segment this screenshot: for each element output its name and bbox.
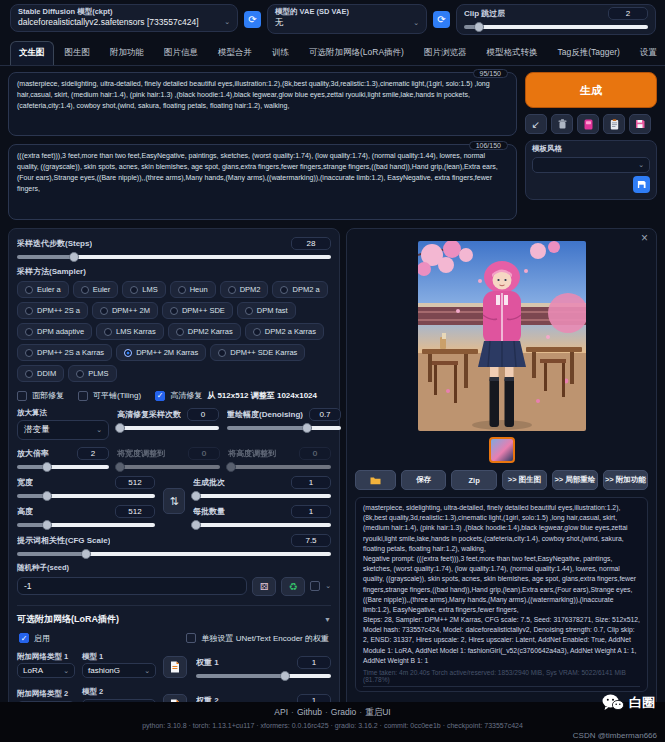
save-style-button[interactable] [629,114,651,134]
gallery-thumbnail[interactable] [489,437,515,463]
slider-handle[interactable] [474,22,484,32]
tab-checkpoint-merger[interactable]: 模型合并 [209,41,261,65]
generated-image[interactable] [418,241,586,431]
cfg-value[interactable]: 7.5 [291,534,331,547]
sampler-option[interactable]: DDIM [17,365,64,382]
restore-faces-checkbox[interactable]: 面部修复 [17,390,64,401]
slider-handle[interactable] [191,491,201,501]
batch-size-slider[interactable] [193,523,331,527]
tiling-checkbox[interactable]: 可平铺(Tiling) [78,390,141,401]
width-slider[interactable] [17,494,155,498]
slider-handle[interactable] [191,520,201,530]
tab-img2img[interactable]: 图生图 [56,41,100,65]
sampler-option[interactable]: DPM++ SDE Karras [210,344,305,361]
sampler-option[interactable]: Euler [73,281,119,298]
sampler-option[interactable]: DPM2 a [272,281,327,298]
sampler-option[interactable]: DPM2 [220,281,269,298]
clear-prompt-button[interactable] [551,114,573,134]
slider-handle[interactable] [226,462,236,472]
sampler-option[interactable]: Heun [170,281,216,298]
slider-handle[interactable] [42,491,52,501]
slider-handle[interactable] [115,462,125,472]
batch-count-slider[interactable] [193,494,331,498]
tab-png-info[interactable]: 图片信息 [155,41,207,65]
resize-width-value[interactable]: 0 [188,447,220,460]
negative-prompt-input[interactable]: (((extra feet))),3 feet,more than two fe… [17,151,508,194]
sampler-option[interactable]: DPM++ SDE [162,302,233,319]
sampler-option[interactable]: DPM++ 2S a [17,302,88,319]
reuse-seed-button[interactable]: ♻ [281,577,305,596]
sampler-option[interactable]: DPM2 Karras [168,323,241,340]
footer-link[interactable]: API [274,707,288,717]
sampler-option[interactable]: DPM adaptive [17,323,92,340]
lora-enable-checkbox[interactable]: ✓启用 [19,633,50,644]
sampler-option[interactable]: LMS [122,281,165,298]
send-to-extras-button[interactable]: >> 附加功能 [603,470,648,490]
vae-select[interactable]: 模型的 VAE (SD VAE) 无 ⌄ [267,4,427,34]
width-value[interactable]: 512 [115,476,155,489]
resize-height-value[interactable]: 0 [299,447,331,460]
resize-width-slider[interactable] [117,465,220,469]
footer-link[interactable]: 重启UI [365,707,391,717]
tab-additional-networks[interactable]: 可选附加网络(LoRA插件) [300,41,413,65]
sampler-option[interactable]: PLMS [68,365,116,382]
slider-handle[interactable] [69,252,79,262]
hires-steps-slider[interactable] [117,426,219,430]
steps-value[interactable]: 28 [291,237,331,250]
random-seed-button[interactable]: ⚄ [252,577,276,596]
refresh-checkpoint-button[interactable]: ⟳ [244,11,261,28]
extra-seed-checkbox[interactable] [310,581,320,591]
cfg-slider[interactable] [17,552,331,556]
height-value[interactable]: 512 [115,505,155,518]
sampler-option-selected[interactable]: DPM++ 2M Karras [116,344,206,361]
tab-model-converter[interactable]: 模型格式转换 [477,41,546,65]
apply-style-button[interactable] [603,114,625,134]
swap-dimensions-button[interactable]: ⇅ [163,488,185,514]
upscaler-dropdown[interactable]: 潜变量⌄ [17,420,109,440]
denoising-slider[interactable] [227,426,341,430]
clip-skip-value[interactable]: 2 [608,7,648,20]
footer-link[interactable]: Gradio [331,707,357,717]
sampler-option[interactable]: DPM++ 2S a Karras [17,344,112,361]
slider-handle[interactable] [42,520,52,530]
extra-networks-button[interactable] [577,114,599,134]
tab-extras[interactable]: 附加功能 [101,41,153,65]
upscale-by-value[interactable]: 2 [77,447,109,460]
resize-height-slider[interactable] [228,465,331,469]
styles-dropdown[interactable]: ⌄ [532,157,650,173]
clip-skip-slider[interactable] [464,25,648,29]
send-to-inpaint-button[interactable]: >> 局部重绘 [552,470,597,490]
generate-button[interactable]: 生成 [525,72,657,108]
zip-button[interactable]: Zip [451,470,496,490]
hires-fix-checkbox[interactable]: ✓高清修复从 512x512 调整至 1024x1024 [155,390,317,401]
save-image-button[interactable]: 保存 [401,470,446,490]
lora-model-info-button[interactable] [163,656,187,678]
sampler-option[interactable]: LMS Karras [96,323,164,340]
slider-handle[interactable] [42,462,52,472]
lora-weight-slider[interactable] [196,674,331,678]
lora-model-dropdown[interactable]: fashionG⌄ [82,663,156,678]
lora-type-dropdown[interactable]: LoRA⌄ [17,663,75,678]
slider-handle[interactable] [115,423,125,433]
refresh-vae-button[interactable]: ⟳ [433,11,450,28]
tab-image-browser[interactable]: 图片浏览器 [415,41,476,65]
hires-steps-value[interactable]: 0 [187,408,219,421]
sampler-option[interactable]: DPM++ 2M [92,302,158,319]
read-params-button[interactable]: ↙ [525,114,547,134]
lora-separate-weights-checkbox[interactable]: 单独设置 UNet/Text Encoder 的权重 [186,633,329,644]
tab-settings[interactable]: 设置 [631,41,665,65]
close-icon[interactable]: × [641,232,648,244]
slider-handle[interactable] [302,423,312,433]
send-to-img2img-button[interactable]: >> 图生图 [502,470,547,490]
additional-networks-header[interactable]: 可选附加网络(LoRA插件) ▼ [17,613,331,626]
batch-size-value[interactable]: 1 [291,505,331,518]
sampler-option[interactable]: Euler a [17,281,69,298]
tab-txt2img[interactable]: 文生图 [10,41,54,65]
upscale-by-slider[interactable] [17,465,109,469]
checkpoint-select[interactable]: Stable Diffusion 模型(ckpt) dalceforealist… [10,4,238,32]
batch-count-value[interactable]: 1 [291,476,331,489]
tab-train[interactable]: 训练 [263,41,298,65]
tab-tagger[interactable]: Tag反推(Tagger) [548,41,628,65]
save-styles-button[interactable] [633,176,650,193]
seed-input[interactable]: -1 [17,577,247,595]
